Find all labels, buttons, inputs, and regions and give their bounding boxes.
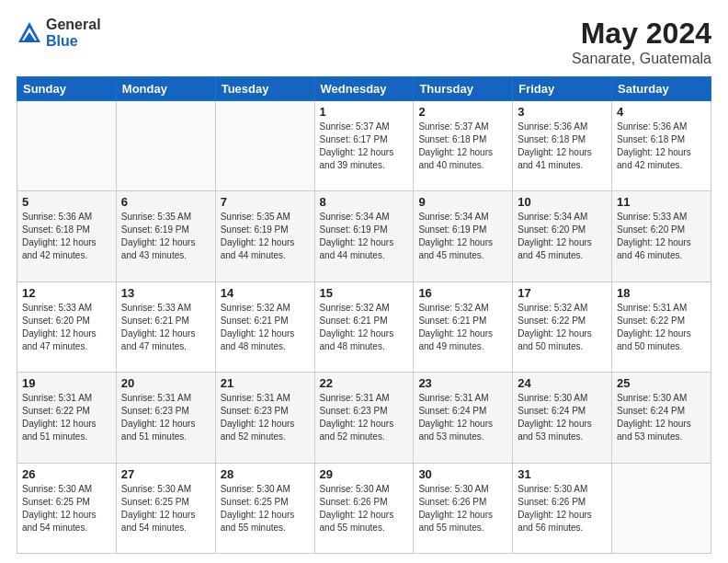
table-cell: 8Sunrise: 5:34 AM Sunset: 6:19 PM Daylig… xyxy=(314,191,414,282)
table-cell: 13Sunrise: 5:33 AM Sunset: 6:21 PM Dayli… xyxy=(116,282,215,372)
logo-blue: Blue xyxy=(46,33,101,50)
calendar-header-row: Sunday Monday Tuesday Wednesday Thursday… xyxy=(17,77,711,101)
cell-info: Sunrise: 5:32 AM Sunset: 6:22 PM Dayligh… xyxy=(518,302,607,353)
cell-info: Sunrise: 5:32 AM Sunset: 6:21 PM Dayligh… xyxy=(418,302,507,353)
cell-day-number: 21 xyxy=(221,376,310,390)
cell-info: Sunrise: 5:33 AM Sunset: 6:20 PM Dayligh… xyxy=(22,302,111,353)
cell-info: Sunrise: 5:31 AM Sunset: 6:24 PM Dayligh… xyxy=(418,392,507,443)
cell-day-number: 16 xyxy=(418,286,507,300)
calendar-week-row: 1Sunrise: 5:37 AM Sunset: 6:17 PM Daylig… xyxy=(17,101,711,191)
table-cell: 23Sunrise: 5:31 AM Sunset: 6:24 PM Dayli… xyxy=(414,373,513,463)
table-cell xyxy=(215,101,314,191)
cell-day-number: 6 xyxy=(121,195,210,209)
cell-day-number: 20 xyxy=(121,376,210,390)
cell-day-number: 26 xyxy=(22,467,111,481)
table-cell: 31Sunrise: 5:30 AM Sunset: 6:26 PM Dayli… xyxy=(513,463,612,553)
cell-info: Sunrise: 5:37 AM Sunset: 6:17 PM Dayligh… xyxy=(320,121,409,172)
cell-day-number: 30 xyxy=(418,467,507,481)
cell-day-number: 18 xyxy=(617,286,706,300)
cell-day-number: 2 xyxy=(418,105,507,119)
cell-info: Sunrise: 5:32 AM Sunset: 6:21 PM Dayligh… xyxy=(320,302,409,353)
title-location: Sanarate, Guatemala xyxy=(572,51,711,67)
table-cell: 10Sunrise: 5:34 AM Sunset: 6:20 PM Dayli… xyxy=(513,191,612,282)
logo-general: General xyxy=(46,17,101,33)
table-cell: 9Sunrise: 5:34 AM Sunset: 6:19 PM Daylig… xyxy=(414,191,513,282)
col-wednesday: Wednesday xyxy=(314,77,414,101)
cell-day-number: 15 xyxy=(320,286,409,300)
cell-info: Sunrise: 5:37 AM Sunset: 6:18 PM Dayligh… xyxy=(418,121,507,172)
cell-info: Sunrise: 5:34 AM Sunset: 6:19 PM Dayligh… xyxy=(418,211,507,262)
cell-day-number: 31 xyxy=(518,467,607,481)
cell-day-number: 11 xyxy=(617,195,706,209)
table-cell: 26Sunrise: 5:30 AM Sunset: 6:25 PM Dayli… xyxy=(17,463,117,553)
cell-day-number: 23 xyxy=(418,376,507,390)
cell-day-number: 7 xyxy=(221,195,310,209)
cell-info: Sunrise: 5:33 AM Sunset: 6:20 PM Dayligh… xyxy=(617,211,706,262)
title-month: May 2024 xyxy=(572,17,711,51)
cell-info: Sunrise: 5:33 AM Sunset: 6:21 PM Dayligh… xyxy=(121,302,210,353)
table-cell: 7Sunrise: 5:35 AM Sunset: 6:19 PM Daylig… xyxy=(215,191,314,282)
table-cell: 29Sunrise: 5:30 AM Sunset: 6:26 PM Dayli… xyxy=(314,463,414,553)
calendar-week-row: 19Sunrise: 5:31 AM Sunset: 6:22 PM Dayli… xyxy=(17,373,711,463)
table-cell: 19Sunrise: 5:31 AM Sunset: 6:22 PM Dayli… xyxy=(17,373,117,463)
cell-day-number: 25 xyxy=(617,376,706,390)
logo: General Blue xyxy=(17,17,101,49)
calendar-week-row: 12Sunrise: 5:33 AM Sunset: 6:20 PM Dayli… xyxy=(17,282,711,372)
table-cell xyxy=(612,463,711,553)
cell-info: Sunrise: 5:34 AM Sunset: 6:20 PM Dayligh… xyxy=(518,211,607,262)
cell-info: Sunrise: 5:30 AM Sunset: 6:24 PM Dayligh… xyxy=(518,392,607,443)
table-cell: 22Sunrise: 5:31 AM Sunset: 6:23 PM Dayli… xyxy=(314,373,414,463)
table-cell xyxy=(17,101,117,191)
cell-info: Sunrise: 5:31 AM Sunset: 6:23 PM Dayligh… xyxy=(121,392,210,443)
table-cell: 15Sunrise: 5:32 AM Sunset: 6:21 PM Dayli… xyxy=(314,282,414,372)
table-cell: 16Sunrise: 5:32 AM Sunset: 6:21 PM Dayli… xyxy=(414,282,513,372)
table-cell: 28Sunrise: 5:30 AM Sunset: 6:25 PM Dayli… xyxy=(215,463,314,553)
cell-day-number: 12 xyxy=(22,286,111,300)
cell-day-number: 28 xyxy=(221,467,310,481)
logo-text: General Blue xyxy=(46,17,101,49)
cell-info: Sunrise: 5:30 AM Sunset: 6:25 PM Dayligh… xyxy=(121,483,210,534)
cell-day-number: 27 xyxy=(121,467,210,481)
col-monday: Monday xyxy=(116,77,215,101)
cell-info: Sunrise: 5:30 AM Sunset: 6:26 PM Dayligh… xyxy=(518,483,607,534)
cell-day-number: 19 xyxy=(22,376,111,390)
cell-day-number: 1 xyxy=(320,105,409,119)
cell-info: Sunrise: 5:30 AM Sunset: 6:25 PM Dayligh… xyxy=(221,483,310,534)
cell-day-number: 13 xyxy=(121,286,210,300)
cell-info: Sunrise: 5:30 AM Sunset: 6:26 PM Dayligh… xyxy=(418,483,507,534)
table-cell: 4Sunrise: 5:36 AM Sunset: 6:18 PM Daylig… xyxy=(612,101,711,191)
table-cell: 17Sunrise: 5:32 AM Sunset: 6:22 PM Dayli… xyxy=(513,282,612,372)
cell-info: Sunrise: 5:31 AM Sunset: 6:22 PM Dayligh… xyxy=(617,302,706,353)
cell-info: Sunrise: 5:30 AM Sunset: 6:26 PM Dayligh… xyxy=(320,483,409,534)
table-cell: 14Sunrise: 5:32 AM Sunset: 6:21 PM Dayli… xyxy=(215,282,314,372)
table-cell: 25Sunrise: 5:30 AM Sunset: 6:24 PM Dayli… xyxy=(612,373,711,463)
table-cell: 3Sunrise: 5:36 AM Sunset: 6:18 PM Daylig… xyxy=(513,101,612,191)
page: General Blue May 2024 Sanarate, Guatemal… xyxy=(0,0,728,563)
col-saturday: Saturday xyxy=(612,77,711,101)
col-friday: Friday xyxy=(513,77,612,101)
table-cell: 5Sunrise: 5:36 AM Sunset: 6:18 PM Daylig… xyxy=(17,191,117,282)
cell-day-number: 22 xyxy=(320,376,409,390)
cell-info: Sunrise: 5:31 AM Sunset: 6:22 PM Dayligh… xyxy=(22,392,111,443)
cell-day-number: 9 xyxy=(418,195,507,209)
table-cell xyxy=(116,101,215,191)
title-block: May 2024 Sanarate, Guatemala xyxy=(572,17,711,67)
cell-info: Sunrise: 5:30 AM Sunset: 6:24 PM Dayligh… xyxy=(617,392,706,443)
cell-info: Sunrise: 5:32 AM Sunset: 6:21 PM Dayligh… xyxy=(221,302,310,353)
cell-day-number: 4 xyxy=(617,105,706,119)
cell-day-number: 5 xyxy=(22,195,111,209)
calendar-week-row: 26Sunrise: 5:30 AM Sunset: 6:25 PM Dayli… xyxy=(17,463,711,553)
table-cell: 24Sunrise: 5:30 AM Sunset: 6:24 PM Dayli… xyxy=(513,373,612,463)
table-cell: 30Sunrise: 5:30 AM Sunset: 6:26 PM Dayli… xyxy=(414,463,513,553)
cell-info: Sunrise: 5:31 AM Sunset: 6:23 PM Dayligh… xyxy=(320,392,409,443)
col-sunday: Sunday xyxy=(17,77,117,101)
header: General Blue May 2024 Sanarate, Guatemal… xyxy=(17,17,711,67)
cell-day-number: 24 xyxy=(518,376,607,390)
cell-day-number: 10 xyxy=(518,195,607,209)
table-cell: 12Sunrise: 5:33 AM Sunset: 6:20 PM Dayli… xyxy=(17,282,117,372)
table-cell: 2Sunrise: 5:37 AM Sunset: 6:18 PM Daylig… xyxy=(414,101,513,191)
table-cell: 21Sunrise: 5:31 AM Sunset: 6:23 PM Dayli… xyxy=(215,373,314,463)
cell-day-number: 17 xyxy=(518,286,607,300)
cell-day-number: 3 xyxy=(518,105,607,119)
table-cell: 11Sunrise: 5:33 AM Sunset: 6:20 PM Dayli… xyxy=(612,191,711,282)
